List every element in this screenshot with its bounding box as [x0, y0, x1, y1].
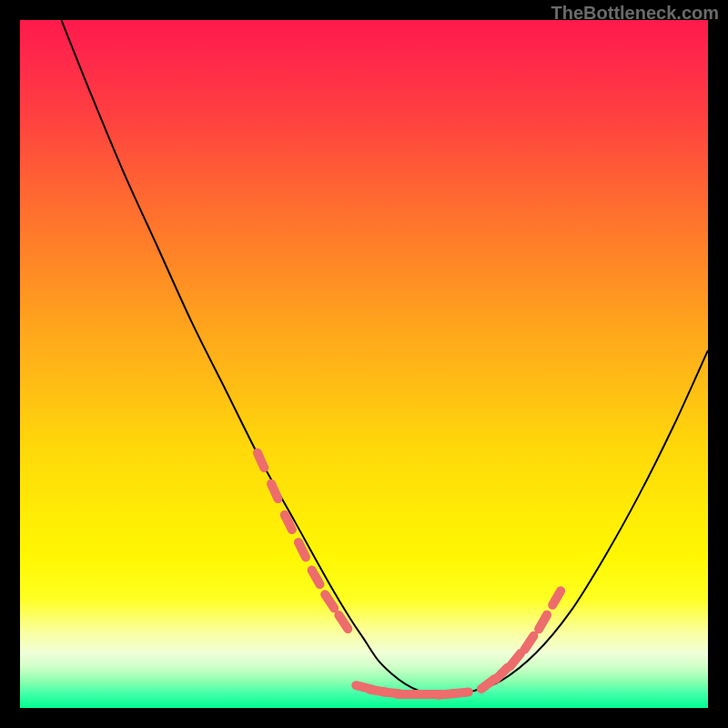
highlight-dash — [325, 594, 334, 608]
watermark-text: TheBottleneck.com — [551, 3, 719, 24]
highlight-dash — [552, 591, 561, 605]
highlight-dash — [339, 615, 348, 629]
highlight-dash — [258, 453, 264, 468]
main-curve — [61, 20, 708, 694]
curve-line — [61, 20, 708, 694]
highlight-dash — [271, 484, 278, 499]
highlight-dots — [258, 453, 561, 695]
plot-area — [20, 20, 708, 708]
highlight-dash — [511, 653, 521, 666]
highlight-dash — [524, 636, 533, 650]
highlight-dash — [452, 692, 469, 693]
highlight-dash — [312, 571, 320, 585]
chart-container: TheBottleneck.com — [0, 0, 728, 728]
chart-svg — [20, 20, 708, 708]
highlight-dash — [539, 615, 547, 630]
highlight-dash — [285, 515, 292, 530]
highlight-dash — [298, 542, 306, 557]
